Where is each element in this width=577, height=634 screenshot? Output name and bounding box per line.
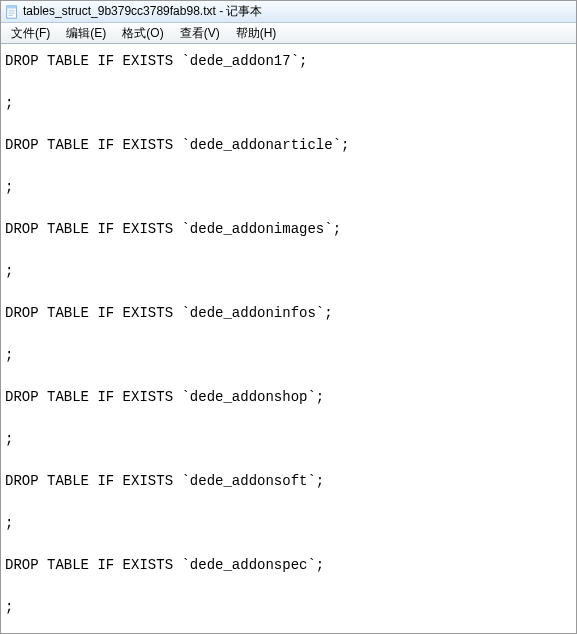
- menu-view[interactable]: 查看(V): [172, 23, 228, 44]
- menu-file[interactable]: 文件(F): [3, 23, 58, 44]
- notepad-icon: [5, 5, 19, 19]
- svg-rect-1: [7, 5, 17, 8]
- menu-edit[interactable]: 编辑(E): [58, 23, 114, 44]
- editor-scroll[interactable]: DROP TABLE IF EXISTS `dede_addon17`; ; D…: [1, 44, 576, 633]
- menu-help[interactable]: 帮助(H): [228, 23, 285, 44]
- menu-format[interactable]: 格式(O): [114, 23, 171, 44]
- editor-text[interactable]: DROP TABLE IF EXISTS `dede_addon17`; ; D…: [1, 45, 576, 633]
- titlebar: tables_struct_9b379cc3789fab98.txt - 记事本: [1, 1, 576, 23]
- menubar: 文件(F) 编辑(E) 格式(O) 查看(V) 帮助(H): [1, 23, 576, 44]
- window-title: tables_struct_9b379cc3789fab98.txt - 记事本: [23, 3, 262, 20]
